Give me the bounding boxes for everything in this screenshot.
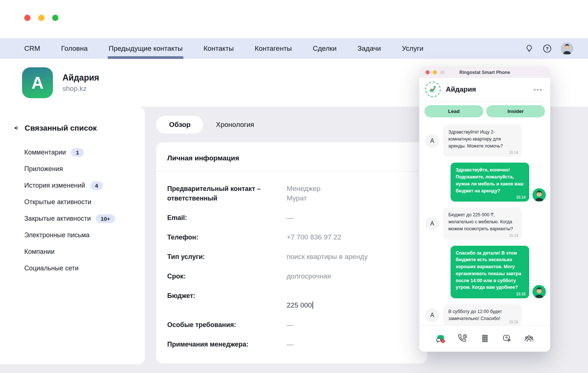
chat-message-incoming: A В субботу до 12:00 будет замечательно!… <box>425 304 546 325</box>
manager-photo <box>533 188 546 202</box>
field-label: Бюджет: <box>167 291 287 310</box>
nav-item-previous-contacts[interactable]: Предыдущие контакты <box>108 38 182 59</box>
chat-history[interactable]: A Здравствуйте! Ищу 2-комнатную квартиру… <box>419 120 550 325</box>
nav-item-label: Предыдущие контакты <box>108 45 182 53</box>
help-icon[interactable]: ? <box>543 44 552 53</box>
field-value[interactable]: долгосрочная <box>287 271 331 281</box>
ringostat-smart-phone-window: Ringostat Smart Phone Айдария ••• Lead I <box>419 67 550 352</box>
nav-item-counterparties[interactable]: Контагенты <box>255 38 292 59</box>
nav-item-services[interactable]: Услуги <box>402 38 423 59</box>
field-label: Примечания менеджера: <box>167 340 287 349</box>
phone-titlebar[interactable]: Ringostat Smart Phone <box>419 67 550 78</box>
field-label: Тип услуги: <box>167 252 287 262</box>
tab-overview[interactable]: Обзор <box>156 116 203 134</box>
message-bubble: Спасибо за детали! В этом бюджете есть н… <box>451 246 529 299</box>
message-time: 15:16 <box>509 319 518 325</box>
message-bubble: В субботу до 12:00 будет замечательно! С… <box>443 304 522 325</box>
nav-item-contacts[interactable]: Контакты <box>204 38 234 59</box>
svg-text:?: ? <box>546 46 549 51</box>
sidebar-item-change-history[interactable]: История изменений 4 <box>24 177 145 194</box>
personal-info-card: Личная информация Предварительный контак… <box>156 142 427 363</box>
dialpad-icon[interactable] <box>480 334 490 344</box>
related-list-header: Связанный список <box>0 107 145 132</box>
main-nav: CRM Головна Предыдущие контакты Контакты… <box>0 38 588 59</box>
phone-close-button[interactable] <box>426 70 430 74</box>
call-history-icon[interactable] <box>458 334 467 344</box>
sidebar-item-label: Приложения <box>24 165 63 173</box>
chat-contact-avatar <box>425 82 441 97</box>
message-time: 15:14 <box>516 195 526 200</box>
count-badge: 1 <box>71 148 83 157</box>
field-value[interactable]: поиск квартиры в аренду <box>287 252 368 262</box>
field-service-type: Тип услуги: поиск квартиры в аренду <box>167 252 416 262</box>
budget-input[interactable]: 225 000 <box>287 291 313 310</box>
field-label: Телефон: <box>167 232 287 242</box>
nav-item-tasks[interactable]: Задачи <box>358 38 381 59</box>
sidebar-item-attachments[interactable]: Приложения <box>24 161 145 177</box>
phone-window-controls <box>426 70 444 74</box>
field-value[interactable]: — <box>287 320 294 330</box>
sidebar-item-open-activities[interactable]: Открытые активности <box>24 194 145 210</box>
chat-message-outgoing: Здравствуйте, конечно! Подскажите, пожал… <box>425 163 546 202</box>
text-cursor <box>312 302 313 309</box>
sidebar-item-social-networks[interactable]: Социальные сети <box>24 260 145 277</box>
field-value[interactable]: — <box>287 340 294 349</box>
sidebar-item-closed-activities[interactable]: Закрытые активности 10+ <box>24 210 145 227</box>
lightbulb-icon[interactable] <box>525 44 534 53</box>
contact-initial: A <box>31 73 43 93</box>
dino-illustration <box>427 84 438 95</box>
field-value[interactable]: — <box>287 213 294 223</box>
nav-item-home[interactable]: Головна <box>61 38 87 59</box>
tab-timeline[interactable]: Хронология <box>213 116 257 134</box>
chat-contact-name: Айдария <box>446 85 476 93</box>
view-tabs: Обзор Хронология <box>156 116 257 134</box>
field-email: Email: — <box>167 213 416 223</box>
field-label: Предварительный контакт – ответственный <box>167 184 287 203</box>
close-window-button[interactable] <box>24 15 31 21</box>
contact-tags: Lead Insider <box>419 102 550 120</box>
field-special-requirements: Особые требования: — <box>167 320 416 330</box>
collapse-panel-icon[interactable] <box>11 124 19 132</box>
sidebar-item-label: Комментарии <box>24 149 66 156</box>
user-photo <box>561 42 573 55</box>
field-value[interactable]: Менеджер Мурат <box>287 184 320 203</box>
contact-subtitle: shop.kz <box>62 85 99 93</box>
count-badge: 10+ <box>96 214 115 223</box>
sidebar-item-emails[interactable]: Электронные письма <box>24 227 145 244</box>
message-pointer-icon[interactable] <box>502 334 512 344</box>
chats-icon[interactable]: 1 <box>435 334 445 344</box>
peer-avatar: A <box>425 308 439 322</box>
nav-item-crm[interactable]: CRM <box>24 38 40 59</box>
crm-app-window: CRM Головна Предыдущие контакты Контакты… <box>0 0 588 373</box>
peer-avatar: A <box>425 134 439 148</box>
sidebar-item-label: Закрытые активности <box>24 215 91 223</box>
phone-zoom-button[interactable] <box>440 70 444 74</box>
section-title: Личная информация <box>167 154 416 162</box>
message-text: Спасибо за детали! В этом бюджете есть н… <box>456 251 521 290</box>
phone-toolbar: 1 <box>419 325 550 352</box>
field-term: Срок: долгосрочная <box>167 271 416 281</box>
window-controls <box>24 15 58 21</box>
phone-minimize-button[interactable] <box>433 70 437 74</box>
svg-text:1: 1 <box>442 340 444 343</box>
zoom-window-button[interactable] <box>52 15 58 21</box>
message-text: Здравствуйте! Ищу 2-комнатную квартиру д… <box>448 129 503 149</box>
active-tab-underline <box>108 56 183 59</box>
message-time: 15:15 <box>516 291 526 297</box>
tag-lead[interactable]: Lead <box>424 105 483 117</box>
field-value[interactable]: +7 700 836 97 22 <box>287 232 341 242</box>
more-options-icon[interactable]: ••• <box>534 86 543 93</box>
phone-contact-row: Айдария ••• <box>419 78 550 101</box>
tag-insider[interactable]: Insider <box>486 105 545 117</box>
message-bubble: Здравствуйте! Ищу 2-комнатную квартиру д… <box>443 125 522 157</box>
related-list-panel: Связанный список Комментарии 1 Приложени… <box>0 107 145 364</box>
sidebar-item-companies[interactable]: Компании <box>24 244 145 260</box>
user-avatar[interactable] <box>561 42 573 55</box>
contact-avatar: A <box>22 67 53 98</box>
field-label: Email: <box>167 213 287 223</box>
sidebar-item-comments[interactable]: Комментарии 1 <box>24 144 145 161</box>
nav-item-deals[interactable]: Сделки <box>313 38 337 59</box>
minimize-window-button[interactable] <box>38 15 44 21</box>
nav-actions: ? <box>525 42 573 55</box>
contacts-icon[interactable] <box>524 334 534 344</box>
